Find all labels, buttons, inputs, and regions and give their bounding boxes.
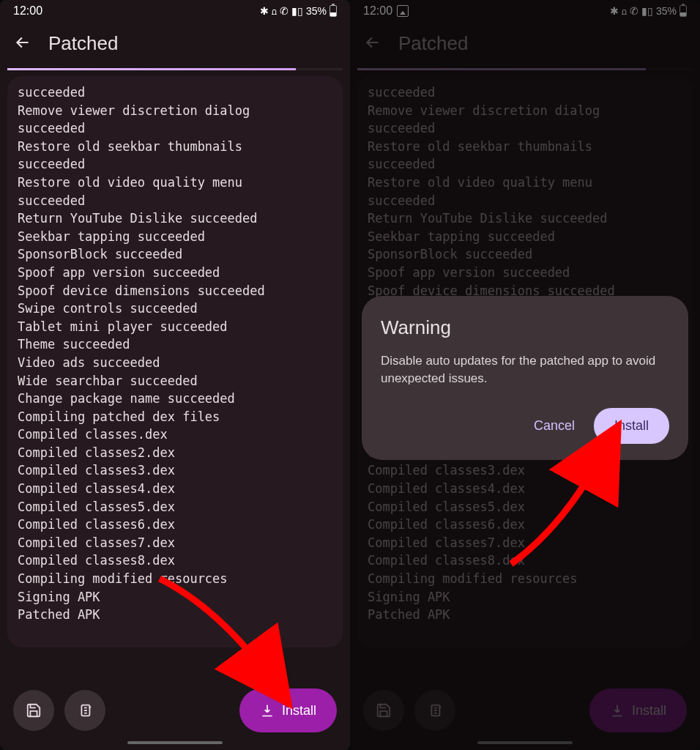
copy-log-icon	[77, 702, 93, 719]
log-line: succeeded	[18, 155, 332, 174]
status-time: 12:00	[13, 4, 42, 18]
log-line: Compiled classes.dex	[18, 426, 332, 444]
log-line: Theme succeeded	[18, 335, 332, 354]
log-line: Spoof device dimensions succeeded	[18, 282, 332, 300]
screenshot-right: 12:00 ✱⩍✆▮▯ 35% Patched succeededRemove …	[350, 0, 700, 750]
log-line: Compiling modified resources	[18, 570, 332, 588]
status-icons: ✱⩍✆▮▯ 35%	[260, 5, 337, 17]
log-line: Video ads succeeded	[18, 354, 332, 372]
log-line: succeeded	[18, 119, 332, 138]
confirm-install-button[interactable]: Install	[594, 408, 669, 444]
log-line: Swipe controls succeeded	[18, 300, 332, 318]
log-line: Compiled classes5.dex	[18, 498, 332, 516]
page-title: Patched	[48, 32, 118, 55]
warning-dialog: Warning Disable auto updates for the pat…	[362, 296, 688, 460]
log-line: succeeded	[18, 83, 332, 102]
log-line: Compiling patched dex files	[18, 408, 332, 426]
log-line: Compiled classes7.dex	[18, 534, 332, 552]
log-line: Restore old video quality menu	[18, 174, 332, 192]
back-icon[interactable]	[13, 33, 32, 55]
battery-percent: 35%	[306, 5, 327, 17]
nav-handle[interactable]	[127, 741, 223, 744]
copy-log-button[interactable]	[64, 690, 105, 731]
save-button[interactable]	[13, 690, 54, 731]
install-button[interactable]: Install	[239, 688, 337, 732]
log-line: Compiled classes6.dex	[18, 516, 332, 534]
download-icon	[260, 703, 275, 718]
install-label: Install	[282, 703, 316, 719]
log-line: Compiled classes3.dex	[18, 461, 332, 480]
save-icon	[26, 702, 42, 719]
cancel-button[interactable]: Cancel	[528, 411, 581, 441]
log-line: Seekbar tapping succeeded	[18, 228, 332, 246]
status-bar: 12:00 ✱⩍✆▮▯ 35%	[0, 0, 350, 22]
battery-icon	[329, 5, 337, 17]
log-line: Patched APK	[18, 606, 332, 624]
dialog-title: Warning	[381, 316, 669, 339]
screenshot-left: 12:00 ✱⩍✆▮▯ 35% Patched succeededRemove …	[0, 0, 350, 750]
app-bar: Patched	[0, 22, 350, 68]
dialog-body: Disable auto updates for the patched app…	[381, 352, 669, 387]
log-line: Compiled classes2.dex	[18, 444, 332, 462]
log-line: Remove viewer discretion dialog	[18, 102, 332, 120]
log-line: succeeded	[18, 192, 332, 210]
log-line: Compiled classes4.dex	[18, 480, 332, 498]
log-line: Spoof app version succeeded	[18, 264, 332, 282]
log-line: Change package name succeeded	[18, 390, 332, 408]
progress-bar	[7, 68, 343, 70]
log-panel[interactable]: succeededRemove viewer discretion dialog…	[7, 76, 343, 647]
log-line: Signing APK	[18, 588, 332, 606]
log-line: Wide searchbar succeeded	[18, 372, 332, 390]
bottom-bar: Install	[0, 671, 350, 750]
log-line: SponsorBlock succeeded	[18, 245, 332, 264]
log-line: Return YouTube Dislike succeeded	[18, 209, 332, 228]
log-line: Restore old seekbar thumbnails	[18, 138, 332, 156]
log-line: Tablet mini player succeeded	[18, 318, 332, 336]
log-line: Compiled classes8.dex	[18, 552, 332, 570]
